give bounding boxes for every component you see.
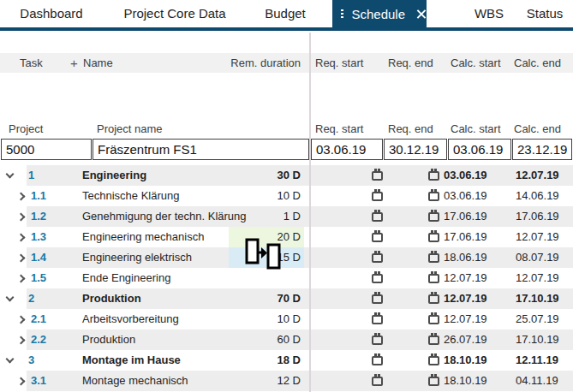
calendar-icon[interactable] (428, 336, 439, 345)
task-name: Ende Engineering (82, 268, 170, 288)
calendar-icon[interactable] (372, 192, 383, 201)
chevron-right-icon[interactable] (18, 275, 26, 282)
calendar-icon[interactable] (372, 356, 383, 365)
calendar-icon[interactable] (428, 171, 439, 181)
table-row[interactable]: 1.3 Engineering mechanisch 20 D 17.06.19… (0, 227, 573, 247)
calendar-icon[interactable] (428, 212, 439, 222)
chevron-right-icon[interactable] (18, 336, 26, 344)
calendar-icon[interactable] (372, 171, 383, 181)
close-icon[interactable] (415, 9, 418, 20)
pane-divider[interactable] (309, 33, 311, 392)
chevron-right-icon[interactable] (18, 316, 26, 324)
calc-start-date: 18.10.19 (444, 371, 487, 391)
calendar-icon[interactable] (428, 253, 439, 263)
project-name-label: Project name (97, 122, 163, 136)
task-number: 2.1 (31, 309, 46, 330)
chevron-right-icon[interactable] (18, 254, 26, 262)
header-req-start[interactable]: Req. start (315, 53, 363, 73)
calendar-icon[interactable] (372, 253, 383, 263)
calc-end-date: 17.10.19 (516, 330, 559, 350)
header-rem-duration[interactable]: Rem. duration (229, 53, 304, 73)
calendar-icon[interactable] (372, 233, 383, 242)
chevron-right-icon[interactable] (18, 213, 26, 221)
table-row[interactable]: 2.1 Arbeitsvorbereitung 10 D 12.07.19 25… (0, 309, 573, 330)
header-req-end[interactable]: Req. end (388, 53, 433, 73)
chevron-down-icon[interactable] (6, 295, 14, 303)
tab-status[interactable]: Status (527, 0, 564, 27)
header-calc-start[interactable]: Calc. start (451, 53, 501, 73)
calc-end-label: Calc. end (514, 122, 561, 136)
add-column-icon[interactable]: + (70, 53, 78, 73)
project-name-field[interactable] (93, 139, 309, 160)
calc-start-date: 18.10.19 (444, 350, 487, 371)
header-calc-end[interactable]: Calc. end (514, 53, 561, 73)
project-label: Project (9, 122, 43, 136)
chevron-down-icon[interactable] (6, 172, 14, 180)
calc-start-date: 26.07.19 (444, 330, 487, 350)
task-name: Technische Klärung (82, 186, 179, 206)
calc-start-date: 17.06.19 (444, 227, 487, 247)
table-row[interactable]: 1.4 Engineering elektrisch 15 D 18.06.19… (0, 247, 573, 268)
task-name: Engineering elektrisch (82, 247, 192, 268)
task-name: Engineering mechanisch (82, 227, 204, 247)
calc-start-date: 17.06.19 (444, 206, 487, 227)
header-name[interactable]: Name (83, 53, 113, 73)
tab-budget[interactable]: Budget (265, 0, 306, 27)
calc-end-date: 12.07.19 (516, 165, 559, 186)
calendar-icon[interactable] (372, 336, 383, 345)
schedule-screen: Dashboard Project Core Data Budget Sched… (0, 0, 573, 392)
calc-start-label: Calc. start (451, 122, 501, 136)
calendar-icon[interactable] (428, 315, 439, 324)
task-name: Montage im Hause (82, 350, 181, 371)
calendar-icon[interactable] (372, 274, 383, 283)
hamburger-icon[interactable] (341, 9, 343, 18)
table-row[interactable]: 2.2 Produktion 60 D 26.07.19 17.10.19 (0, 330, 573, 350)
table-row[interactable]: 1.1 Technische Klärung 10 D 03.06.19 14.… (0, 186, 573, 206)
project-req-start-field[interactable] (311, 139, 383, 160)
calc-end-date: 12.07.19 (516, 268, 559, 288)
project-id-field[interactable] (1, 139, 92, 160)
calendar-icon[interactable] (372, 377, 383, 386)
project-req-end-field[interactable] (384, 139, 447, 160)
project-calc-start-field[interactable] (448, 139, 511, 160)
calendar-icon[interactable] (428, 294, 439, 304)
calc-end-date: 17.06.19 (516, 206, 559, 227)
tab-dashboard[interactable]: Dashboard (20, 0, 82, 27)
calendar-icon[interactable] (428, 356, 439, 365)
table-row[interactable]: 2 Produktion 70 D 12.07.19 17.10.19 (0, 288, 573, 309)
tab-schedule[interactable]: Schedule (332, 0, 427, 27)
calendar-icon[interactable] (372, 212, 383, 222)
calendar-icon[interactable] (428, 377, 439, 386)
chevron-right-icon[interactable] (18, 377, 26, 385)
chevron-right-icon[interactable] (18, 234, 26, 241)
calc-end-date: 17.10.19 (516, 288, 559, 309)
table-row[interactable]: 1.5 Ende Engineering 12.07.19 12.07.19 (0, 268, 573, 288)
calendar-icon[interactable] (428, 233, 439, 242)
table-row[interactable]: 1 Engineering 30 D 03.06.19 12.07.19 (0, 165, 573, 186)
table-row[interactable]: 3 Montage im Hause 18 D 18.10.19 12.11.1… (0, 350, 573, 371)
project-calc-end-field[interactable] (512, 139, 572, 160)
task-name: Produktion (82, 288, 141, 309)
task-table: 1 Engineering 30 D 03.06.19 12.07.19 1.1… (0, 165, 573, 391)
tab-schedule-label: Schedule (351, 7, 405, 21)
table-row[interactable]: 1.2 Genehmigung der techn. Klärung 1 D 1… (0, 206, 573, 227)
calendar-icon[interactable] (428, 192, 439, 201)
header-task[interactable]: Task (20, 53, 43, 73)
task-name: Arbeitsvorbereitung (82, 309, 179, 330)
calc-start-date: 18.06.19 (444, 247, 487, 268)
chevron-right-icon[interactable] (18, 193, 26, 200)
req-end-label: Req. end (388, 122, 433, 136)
task-number: 1.1 (31, 186, 46, 206)
calendar-icon[interactable] (428, 274, 439, 283)
calendar-icon[interactable] (372, 294, 383, 304)
tab-project-core-data[interactable]: Project Core Data (123, 0, 225, 27)
calendar-icon[interactable] (372, 315, 383, 324)
link-tasks-cursor-icon (243, 236, 284, 272)
chevron-down-icon[interactable] (6, 357, 14, 365)
task-number: 1.4 (31, 247, 46, 268)
table-row[interactable]: 3.1 Montage mechanisch 12 D 18.10.19 04.… (0, 371, 573, 391)
calc-start-date: 03.06.19 (444, 165, 487, 186)
calc-start-date: 12.07.19 (444, 288, 487, 309)
task-number: 2.2 (31, 330, 46, 350)
tab-wbs[interactable]: WBS (475, 0, 504, 27)
